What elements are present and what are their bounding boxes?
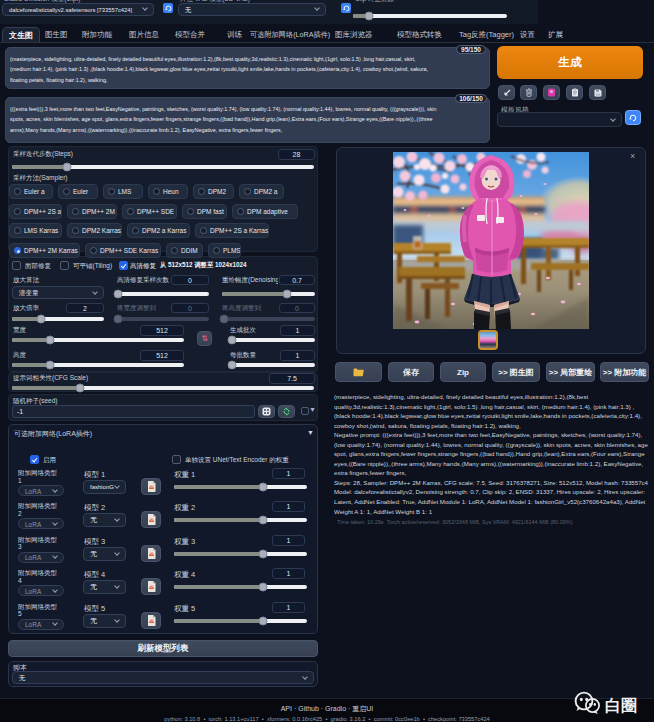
svg-text:PDF: PDF bbox=[148, 585, 154, 589]
svg-text:PDF: PDF bbox=[148, 519, 154, 523]
svg-text:PDF: PDF bbox=[148, 619, 154, 623]
svg-text:白圈: 白圈 bbox=[605, 697, 637, 714]
svg-text:PDF: PDF bbox=[148, 485, 154, 489]
svg-text:PDF: PDF bbox=[148, 552, 154, 556]
